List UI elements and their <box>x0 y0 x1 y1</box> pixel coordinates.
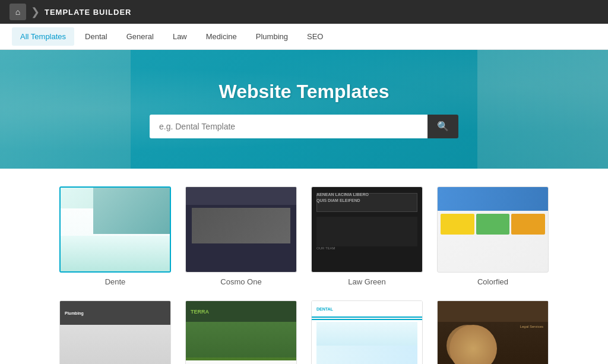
law-text-overlay: AENEAN LACINIA LIBEROQUIS DIAM ELEIFEND <box>316 192 417 204</box>
templates-section: Dente Cosmo One AENEAN LACINIA LIBEROQUI… <box>0 169 608 364</box>
dental2-img <box>316 340 417 364</box>
law-subtext: ABOUT OUR COMPANY <box>316 223 417 226</box>
plumbing-tools <box>116 331 164 364</box>
category-navigation: All Templates Dental General Law Medicin… <box>0 24 608 50</box>
dental2-services: SERVICES <box>316 334 334 337</box>
plumbing-label: Plumbing <box>65 311 84 315</box>
template-name-colorfied: Colorfied <box>477 277 508 286</box>
templates-grid: Dente Cosmo One AENEAN LACINIA LIBEROQUI… <box>59 186 549 364</box>
plumbing-img <box>110 325 170 364</box>
template-thumb-terra: TERRA Lorem ipsum dolor sit amet, consec… <box>185 300 297 364</box>
template-card-cosmo[interactable]: Cosmo One <box>185 186 297 286</box>
terra-logo: TERRA <box>191 309 209 315</box>
law-team-text: OUR TEAM <box>316 246 417 250</box>
hero-title: Website Templates <box>219 81 390 103</box>
cat-dental[interactable]: Dental <box>77 27 116 46</box>
law2-statue <box>446 325 488 364</box>
hero-section: Website Templates 🔍 <box>0 50 608 169</box>
template-card-dente[interactable]: Dente <box>59 186 171 286</box>
colorfied-cell-2 <box>476 214 510 235</box>
template-card-colorfied[interactable]: Colorfied <box>437 186 549 286</box>
template-name-cosmo: Cosmo One <box>220 277 261 286</box>
dental2-headline: LOREM IPSUM DOLOR <box>316 322 417 327</box>
template-card-terra[interactable]: TERRA Lorem ipsum dolor sit amet, consec… <box>185 300 297 364</box>
dental2-header: DENTAL <box>312 301 422 318</box>
template-name-dente: Dente <box>105 277 126 286</box>
cat-all-templates[interactable]: All Templates <box>12 27 74 46</box>
cat-seo[interactable]: SEO <box>299 27 331 46</box>
law2-text: Legal Services <box>520 325 543 328</box>
colorfied-grid <box>441 214 545 235</box>
search-button[interactable]: 🔍 <box>428 115 458 138</box>
template-thumb-colorfied <box>437 186 549 273</box>
template-thumb-cosmo <box>185 186 297 273</box>
hero-right-decor <box>477 50 608 169</box>
colorfied-cell-3 <box>511 214 545 235</box>
home-icon: ⌂ <box>15 7 20 17</box>
dental2-label: DENTAL <box>316 307 333 311</box>
hero-search-bar: 🔍 <box>150 115 458 138</box>
template-card-plumbing[interactable]: Plumbing LOREM IPSUM DOLOR ABOUT US Plum… <box>59 300 171 364</box>
nav-separator: ❯ <box>31 5 40 18</box>
template-thumb-dente <box>59 186 171 273</box>
template-thumb-dental2: DENTAL LOREM IPSUM DOLOR SERVICES <box>311 300 423 364</box>
template-thumb-lawgreen: AENEAN LACINIA LIBEROQUIS DIAM ELEIFEND … <box>311 186 423 273</box>
template-card-law2[interactable]: Legal Services Law <box>437 300 549 364</box>
template-card-lawgreen[interactable]: AENEAN LACINIA LIBEROQUIS DIAM ELEIFEND … <box>311 186 423 286</box>
top-navigation: ⌂ ❯ TEMPLATE BUILDER <box>0 0 608 24</box>
colorfied-cell-1 <box>441 214 474 235</box>
template-thumb-law2: Legal Services <box>437 300 549 364</box>
cat-medicine[interactable]: Medicine <box>198 27 245 46</box>
app-title: TEMPLATE BUILDER <box>45 8 131 17</box>
search-icon: 🔍 <box>437 121 449 131</box>
template-card-dental2[interactable]: DENTAL LOREM IPSUM DOLOR SERVICES Dental <box>311 300 423 364</box>
cat-general[interactable]: General <box>118 27 162 46</box>
colorfied-top-bar <box>438 187 548 211</box>
hero-left-decor <box>0 50 131 169</box>
cat-plumbing[interactable]: Plumbing <box>248 27 296 46</box>
template-thumb-plumbing: Plumbing LOREM IPSUM DOLOR ABOUT US <box>59 300 171 364</box>
plumbing-headline: LOREM IPSUM DOLOR <box>65 328 166 333</box>
search-input[interactable] <box>150 115 428 138</box>
terra-header: TERRA <box>186 301 296 322</box>
home-button[interactable]: ⌂ <box>10 4 26 20</box>
template-name-lawgreen: Law Green <box>348 277 386 286</box>
terra-text: Lorem ipsum dolor sit amet, consectetur … <box>194 339 288 343</box>
plumbing-header: Plumbing <box>60 301 170 325</box>
law2-header <box>438 301 548 322</box>
thumb-img-dente <box>93 188 170 234</box>
terra-hero: Lorem ipsum dolor sit amet, consectetur … <box>186 322 296 360</box>
cat-law[interactable]: Law <box>164 27 195 46</box>
